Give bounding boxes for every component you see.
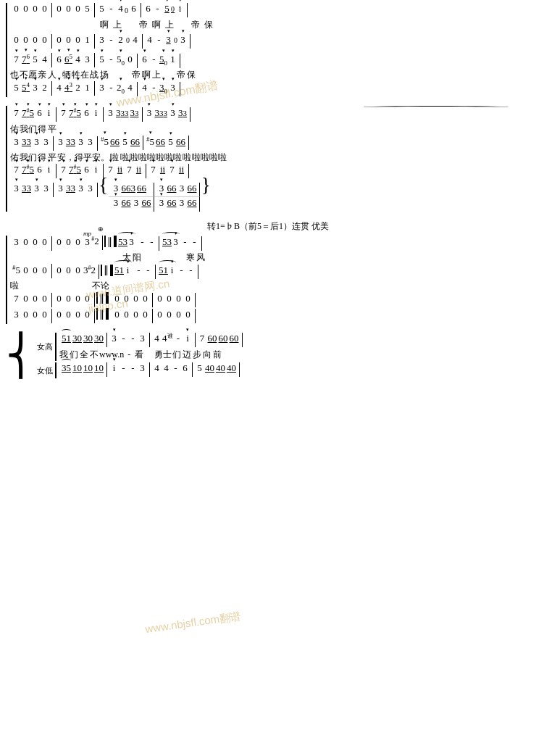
note: 66 bbox=[130, 136, 140, 149]
alto-notes: 35 10 10 10 i - - 3 4 bbox=[59, 362, 530, 378]
note: 0 bbox=[22, 265, 30, 277]
note: 0 bbox=[184, 309, 192, 321]
section-2: 7 7#5 6 i 7 7#5 6 i 3 333 33 3 333 3 33 bbox=[6, 106, 530, 212]
s-bar-3: 4 4谁 - i bbox=[150, 333, 196, 347]
note: 3 bbox=[164, 34, 172, 46]
bar-3-8: 51 i - - bbox=[156, 265, 198, 279]
note: - bbox=[154, 3, 162, 15]
note: 3 bbox=[169, 82, 177, 94]
lyric: - bbox=[124, 349, 134, 360]
note: 0 bbox=[74, 309, 82, 321]
note: i bbox=[168, 265, 176, 277]
note: 5 bbox=[31, 54, 39, 66]
note: 0 bbox=[64, 236, 72, 249]
repeat-barline2: ∥ bbox=[101, 265, 113, 276]
note: - bbox=[187, 265, 195, 277]
note: 5 bbox=[83, 3, 91, 15]
lyric: 帝 bbox=[190, 19, 201, 31]
note: - bbox=[175, 333, 183, 345]
score-page: www.nbjsfl.com翻谱 www.道间谱网.cnjialpo.cn ww… bbox=[0, 0, 536, 390]
note: 51 bbox=[114, 265, 124, 277]
staff-line-2-2: 3 33 3 3 3 33 3 3 #5 66 5 66 #5 66 5 6 bbox=[9, 136, 530, 151]
note: - bbox=[129, 362, 137, 375]
note: - bbox=[190, 236, 198, 249]
choir-brace: ⎨ bbox=[6, 333, 35, 378]
note: ii bbox=[159, 164, 167, 176]
note: - bbox=[148, 236, 156, 249]
bar-3-9: 7 0 0 0 bbox=[9, 293, 52, 307]
note: 66 bbox=[167, 183, 176, 195]
fermata-mark: ⊕ bbox=[98, 225, 104, 233]
note: 3 bbox=[12, 236, 20, 249]
note: 0 bbox=[31, 34, 39, 46]
note-with-arc: 53 3 bbox=[118, 236, 135, 249]
note: - bbox=[172, 362, 180, 375]
note: 3 bbox=[146, 107, 154, 120]
note: 0 bbox=[113, 293, 121, 305]
note: 0 bbox=[55, 236, 63, 249]
bar-12: 6 - 50 1 bbox=[138, 54, 180, 68]
lyric: 啦啦 bbox=[209, 151, 227, 164]
note: 3 bbox=[138, 362, 146, 375]
note: - bbox=[150, 82, 158, 94]
bar-4: 6 - 50 i bbox=[141, 3, 188, 17]
lyric: 不 bbox=[89, 349, 99, 361]
s-bar-1: 51 30 30 30 bbox=[59, 333, 107, 347]
note: 6 bbox=[35, 107, 43, 120]
note: - bbox=[120, 333, 127, 345]
note: 10 bbox=[94, 362, 104, 375]
staff-line-2-3: 7 7#5 6 i 7 7#5 6 i 7 ii 7 ii 7 ii 7 i bbox=[9, 164, 530, 180]
note: 66 bbox=[176, 136, 185, 149]
bar-6: 0 0 0 1 bbox=[52, 34, 95, 49]
note: 0 bbox=[41, 236, 49, 249]
note: 0 bbox=[175, 293, 183, 305]
note: 33 bbox=[22, 183, 31, 195]
note: 0 bbox=[132, 309, 140, 321]
lyric-3-1: 太 阳 寒 风 bbox=[9, 252, 530, 264]
note: 0 bbox=[141, 293, 149, 305]
note: 6 bbox=[141, 54, 148, 66]
soprano-staff: 51 30 30 30 3 - - 3 4 bbox=[55, 333, 530, 361]
bar-3-2: 0 0 0 mp ⊕ 3#2 bbox=[52, 236, 103, 250]
bar-3-5: #5 0 0 0 bbox=[9, 264, 52, 278]
note: 0 bbox=[41, 293, 49, 305]
note: 5 bbox=[121, 136, 129, 149]
note: 0 bbox=[74, 236, 82, 249]
curly-brace: { bbox=[99, 180, 108, 190]
note: - bbox=[135, 265, 143, 277]
bar-3-16: 0 0 0 0 bbox=[153, 309, 196, 323]
note: 50 bbox=[163, 3, 175, 15]
note-with-arc2: 53 3 bbox=[162, 236, 180, 249]
repeat-barline4: ∥ bbox=[96, 308, 109, 320]
staff-line-3-1: 3 0 0 0 0 0 0 mp ⊕ 3#2 ∥ 53 3 bbox=[9, 236, 530, 252]
note: 60 bbox=[208, 333, 217, 345]
alto-arc1: 35 bbox=[62, 362, 71, 375]
note: 333 bbox=[116, 107, 129, 120]
note: 663 bbox=[121, 183, 135, 195]
note: - bbox=[155, 34, 163, 46]
note: - bbox=[107, 34, 115, 46]
note: 3 bbox=[56, 136, 64, 149]
note: 7#5 bbox=[69, 164, 81, 176]
lyric: 安，得平安。 bbox=[57, 151, 109, 164]
bar-3-3-cont: - - bbox=[135, 236, 159, 251]
note: 51 bbox=[159, 265, 168, 277]
lyric: 阳 bbox=[132, 252, 142, 264]
bar-13: 5 54 3 2 bbox=[9, 81, 52, 96]
note: 0 bbox=[41, 34, 49, 46]
a-bar-3: 4 4 - 6 bbox=[150, 362, 193, 377]
note: 4 bbox=[126, 82, 134, 94]
lyric: 啊 bbox=[99, 19, 109, 31]
note: 7 bbox=[59, 107, 67, 120]
note: i bbox=[92, 107, 100, 120]
a-bar-4: 5 40 40 40 bbox=[193, 362, 240, 377]
note: 3 bbox=[127, 236, 135, 249]
note: 40 bbox=[227, 362, 236, 375]
note: 1 bbox=[169, 54, 177, 66]
note: 3 bbox=[33, 136, 41, 149]
staff-line-1-3: 7 76 5 4 6 65 4 3 5 - 50 0 6 - 50 1 bbox=[9, 53, 530, 69]
note: 4 bbox=[55, 82, 63, 94]
lyric: 啦啦 bbox=[130, 151, 147, 164]
lyric: 保 bbox=[204, 19, 214, 31]
bar-2-7: #5 66 5 66 bbox=[98, 136, 143, 150]
